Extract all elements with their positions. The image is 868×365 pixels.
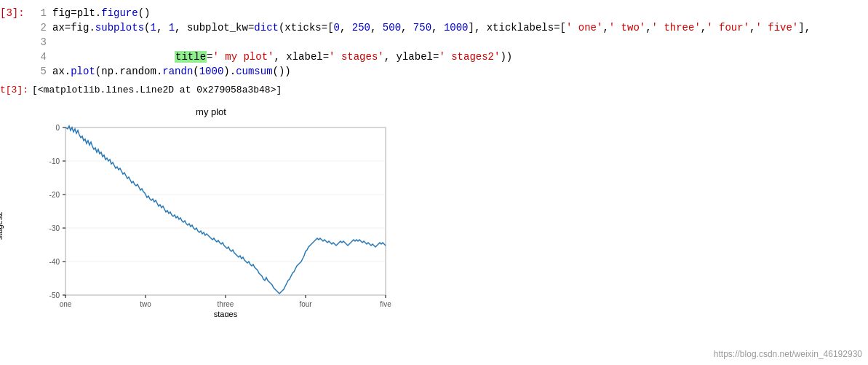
svg-text:stages: stages — [214, 310, 238, 317]
svg-rect-0 — [65, 127, 386, 295]
svg-text:five: five — [380, 300, 391, 308]
watermark: https://blog.csdn.net/weixin_46192930 — [714, 349, 862, 359]
svg-text:-30: -30 — [49, 224, 60, 232]
code-line-2: x 2 ax=fig.subplots(1, 1, subplot_kw=dic… — [0, 20, 868, 35]
code-line-1: [3]: 1 fig=plt.figure() — [0, 6, 868, 20]
line-4-content: title=' my plot', xlabel=' stages', ylab… — [52, 50, 868, 64]
output-label: t[3]: — [0, 83, 29, 98]
chart-svg: 0 -10 -20 -30 -40 -50 one two three four… — [22, 120, 400, 317]
line-label-4: x — [0, 50, 29, 64]
output-text: [<matplotlib.lines.Line2D at 0x279058a3b… — [32, 83, 282, 98]
svg-text:two: two — [140, 300, 151, 308]
line-label-3: x — [0, 35, 29, 50]
svg-text:-20: -20 — [49, 191, 60, 199]
line-num-1: 1 — [29, 6, 52, 20]
chart-title: my plot — [22, 106, 400, 117]
code-line-5: x 5 ax.plot(np.random.randn(1000).cumsum… — [0, 64, 868, 79]
y-axis-label: stages2 — [0, 212, 4, 240]
chart-container: my plot stages2 — [0, 99, 868, 332]
line-1-content: fig=plt.figure() — [52, 6, 868, 20]
line-num-3: 3 — [29, 35, 52, 50]
output-section: t[3]: [<matplotlib.lines.Line2D at 0x279… — [0, 82, 868, 99]
line-label-5: x — [0, 64, 29, 79]
line-num-5: 5 — [29, 64, 52, 79]
line-num-4: 4 — [29, 50, 52, 64]
svg-text:-50: -50 — [49, 291, 60, 299]
title-highlight: title — [175, 51, 207, 63]
svg-text:four: four — [299, 300, 312, 308]
svg-text:0: 0 — [55, 124, 60, 132]
cell-label: [3]: — [0, 6, 29, 20]
svg-text:one: one — [60, 300, 72, 308]
line-num-2: 2 — [29, 20, 52, 35]
output-line: t[3]: [<matplotlib.lines.Line2D at 0x279… — [0, 83, 868, 98]
line-2-content: ax=fig.subplots(1, 1, subplot_kw=dict(xt… — [52, 20, 868, 35]
line-5-content: ax.plot(np.random.randn(1000).cumsum()) — [52, 64, 868, 79]
code-line-4: x 4 title=' my plot', xlabel=' stages', … — [0, 50, 868, 64]
line-label-2: x — [0, 20, 29, 35]
svg-text:three: three — [218, 300, 234, 308]
svg-text:-40: -40 — [49, 258, 60, 266]
code-line-3: x 3 — [0, 35, 868, 50]
chart-wrapper: my plot stages2 — [22, 106, 400, 332]
chart-inner: stages2 — [22, 120, 400, 331]
svg-text:-10: -10 — [49, 157, 60, 165]
code-section: [3]: 1 fig=plt.figure() x 2 ax=fig.subpl… — [0, 0, 868, 82]
